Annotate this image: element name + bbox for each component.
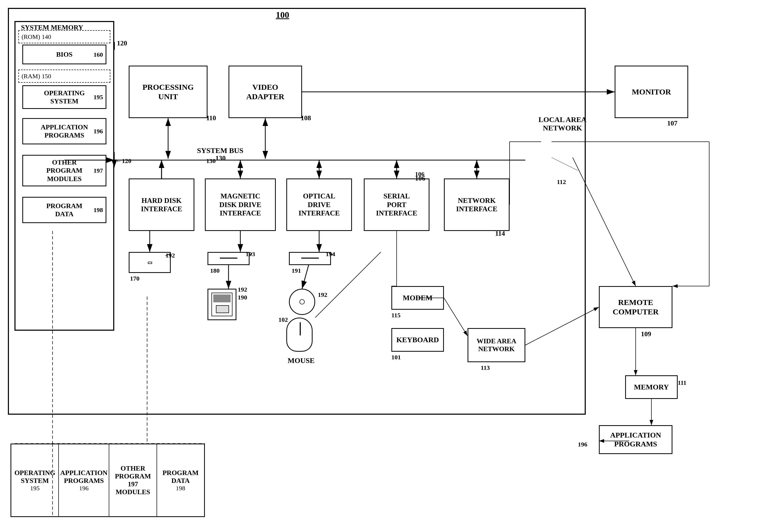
num-112: 112 (557, 178, 566, 185)
bottom-other-label: OTHERPROGRAM 197MODULES (111, 465, 155, 496)
magnetic-disk-interface-label: MAGNETICDISK DRIVEINTERFACE (219, 192, 261, 217)
hdd-label: 192 (166, 252, 175, 259)
video-adapter-num: 108 (301, 114, 311, 122)
cd-device (289, 289, 315, 315)
optical-device-label: 194 (326, 251, 335, 258)
remote-computer-label: REMOTECOMPUTER (613, 298, 659, 316)
monitor-label: MONITOR (632, 87, 671, 97)
floppy-label-192: 192 (238, 286, 247, 293)
video-adapter-label: VIDEOADAPTER (246, 82, 284, 101)
remote-computer-num: 109 (641, 330, 651, 338)
optical-drive-interface-label: OPTICALDRIVEINTERFACE (298, 192, 340, 217)
hard-disk-interface-box: HARD DISKINTERFACE (129, 178, 194, 231)
modem-num: 115 (391, 312, 401, 319)
magnetic-disk-interface-box: MAGNETICDISK DRIVEINTERFACE (205, 178, 276, 231)
memory-num: 111 (678, 379, 686, 386)
main-diagram-label: 100 (276, 10, 289, 20)
system-bus-label: SYSTEM BUS (197, 147, 244, 155)
bios-num: 160 (94, 51, 103, 58)
memory-box: MEMORY (625, 375, 678, 399)
wide-area-network-label: WIDE AREANETWORK (477, 337, 516, 353)
mag-disk-device: ━━━━━━ (207, 252, 250, 265)
modem-box: MODEM (391, 286, 444, 310)
processing-unit-box: PROCESSINGUNIT (129, 66, 207, 118)
hdd-num: 170 (130, 275, 139, 282)
wide-area-network-box: WIDE AREANETWORK (468, 328, 525, 362)
bottom-os-cell: OPERATINGSYSTEM 195 (11, 444, 59, 516)
keyboard-box: KEYBOARD (391, 328, 444, 352)
processing-unit-label: PROCESSINGUNIT (142, 82, 193, 101)
rom-box: (ROM) 140 (18, 30, 110, 43)
optical-device-num: 191 (292, 267, 301, 274)
num-arrow-120: ←120 (115, 158, 131, 165)
remote-computer-box: REMOTECOMPUTER (599, 286, 672, 328)
video-adapter-box: VIDEOADAPTER (229, 66, 302, 118)
other-box: OTHERPROGRAMMODULES 197 (22, 155, 107, 186)
floppy-num: 190 (238, 294, 247, 301)
os-label: OPERATINGSYSTEM (44, 89, 85, 105)
optical-drive-interface-box: OPTICALDRIVEINTERFACE (286, 178, 352, 231)
monitor-box: MONITOR (615, 66, 688, 118)
ram-box: (RAM) 150 (18, 70, 110, 83)
os-box: OPERATINGSYSTEM 195 (22, 85, 107, 109)
floppy-disk-device (207, 289, 236, 320)
monitor-num: 107 (667, 119, 677, 127)
hdd-device: ▭ (129, 252, 171, 273)
num-106: 106 (415, 170, 424, 178)
mouse-device (286, 317, 313, 352)
bottom-table: OPERATINGSYSTEM 195 APPLICATIONPROGRAMS … (11, 443, 205, 517)
app-label: APPLICATIONPROGRAMS (41, 123, 88, 139)
ram-label: (RAM) 150 (22, 73, 51, 80)
prog-data-label: PROGRAMDATA (46, 202, 82, 218)
bios-label: BIOS (56, 50, 72, 58)
hard-disk-interface-label: HARD DISKINTERFACE (141, 196, 182, 213)
bottom-os-label: OPERATINGSYSTEM (15, 469, 55, 485)
num-120: 120 (117, 39, 127, 47)
network-interface-label: NETWORKINTERFACE (456, 196, 497, 213)
os-num: 195 (94, 94, 103, 101)
mag-disk-label: 193 (246, 251, 255, 258)
bios-box: BIOS 160 (22, 45, 107, 64)
bottom-app-label: APPLICATIONPROGRAMS (60, 469, 108, 485)
bottom-os-num: 195 (30, 485, 40, 492)
num-130: 130 (206, 158, 216, 165)
remote-app-label: APPLICATIONPROGRAMS (610, 431, 661, 448)
mag-disk-num: 180 (210, 267, 220, 274)
bottom-app-num: 196 (79, 485, 89, 492)
keyboard-label: KEYBOARD (396, 335, 439, 344)
serial-port-interface-box: SERIALPORTINTERFACE (364, 178, 429, 231)
system-bus-num: 130 (215, 154, 226, 162)
bottom-prog-data-cell: PROGRAMDATA 198 (157, 444, 204, 516)
bottom-app-cell: APPLICATIONPROGRAMS 196 (59, 444, 109, 516)
mouse-label: MOUSE (288, 357, 315, 365)
hdd-icon: ▭ (147, 259, 152, 266)
other-label: OTHERPROGRAMMODULES (46, 158, 82, 183)
remote-app-box: APPLICATIONPROGRAMS (599, 425, 672, 454)
app-num: 196 (94, 128, 103, 135)
serial-port-interface-label: SERIALPORTINTERFACE (376, 192, 417, 217)
network-interface-num: 114 (495, 230, 505, 237)
modem-label: MODEM (403, 294, 433, 302)
bottom-other-cell: OTHERPROGRAM 197MODULES (109, 444, 157, 516)
wan-num: 113 (481, 364, 490, 371)
processing-unit-num: 110 (206, 114, 216, 122)
bottom-prog-data-num: 198 (176, 485, 185, 492)
mouse-num: 102 (278, 316, 288, 323)
local-area-network-label: LOCAL AREANETWORK (538, 115, 586, 132)
prog-data-box: PROGRAMDATA 198 (22, 197, 107, 223)
prog-data-num: 198 (94, 206, 103, 214)
rom-label: (ROM) 140 (22, 33, 51, 40)
other-num: 197 (94, 167, 103, 174)
bottom-prog-data-label: PROGRAMDATA (163, 469, 198, 485)
memory-label: MEMORY (634, 383, 669, 392)
app-box: APPLICATIONPROGRAMS 196 (22, 118, 107, 144)
remote-app-num: 196 (578, 441, 587, 448)
cd-num: 192 (318, 291, 327, 299)
network-interface-box: NETWORKINTERFACE (444, 178, 509, 231)
keyboard-num: 101 (391, 354, 401, 361)
optical-device: ━━━━━━ (289, 252, 331, 265)
